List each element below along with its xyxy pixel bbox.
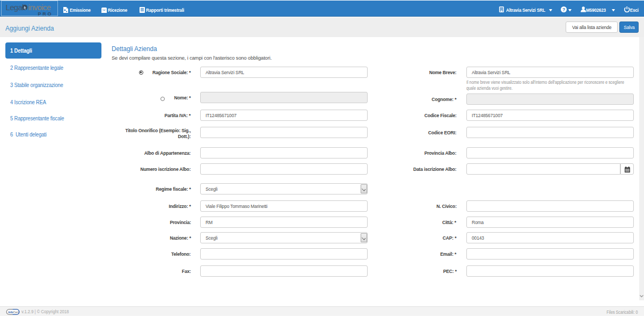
svg-text:Cert: Cert	[13, 311, 19, 314]
svg-text:?: ?	[562, 6, 565, 12]
svg-text:PRO: PRO	[38, 11, 53, 17]
svg-text:Legal: Legal	[6, 3, 24, 12]
svg-text:invoice: invoice	[28, 3, 51, 12]
svg-text:Info: Info	[8, 311, 13, 314]
